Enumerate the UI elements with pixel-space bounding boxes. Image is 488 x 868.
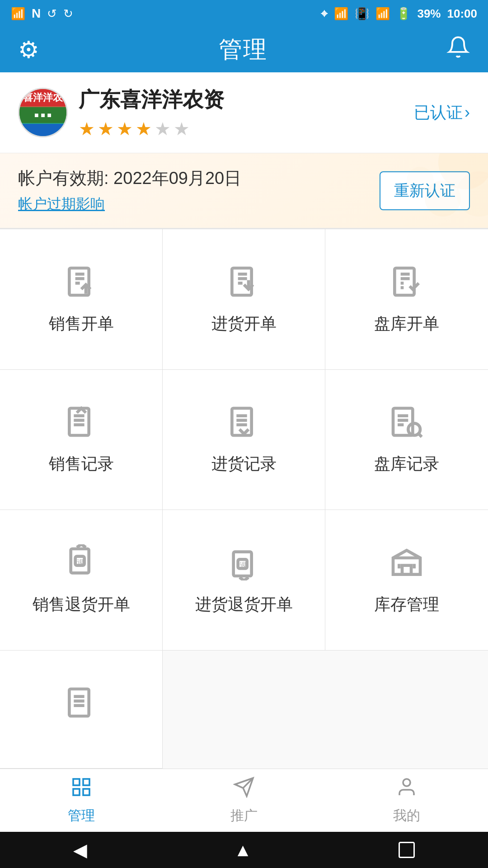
- sale-new-icon: [63, 264, 99, 305]
- expiry-banner: 帐户有效期: 2022年09月20日 帐户过期影响 重新认证: [0, 153, 488, 229]
- star-1: ★: [79, 118, 95, 139]
- battery-icon: 🔋: [396, 7, 411, 21]
- menu-item-sale-record[interactable]: 销售记录: [0, 370, 163, 510]
- back-button[interactable]: ◀: [73, 840, 87, 860]
- status-left: 📶 N ↺ ↻: [11, 6, 73, 21]
- menu-item-purchase-new[interactable]: 进货开单: [163, 229, 325, 370]
- expiry-left: 帐户有效期: 2022年09月20日 帐户过期影响: [18, 167, 241, 214]
- system-nav: ◀ ▲: [0, 832, 488, 868]
- wifi-icon: 📶: [11, 7, 25, 21]
- promote-nav-label: 推广: [230, 807, 258, 825]
- promote-nav-icon: [233, 776, 255, 803]
- header: ⚙ 管理: [0, 27, 488, 72]
- sync-icon-1: ↺: [47, 7, 57, 21]
- svg-rect-48: [83, 779, 89, 785]
- status-bar: 📶 N ↺ ↻ ⌖ 📶 📳 📶 🔋 39% 10:00: [0, 0, 488, 27]
- menu-item-purchase-record[interactable]: 进货记录: [163, 370, 325, 510]
- svg-rect-50: [83, 789, 89, 795]
- svg-rect-39: [402, 565, 411, 574]
- inventory-record-icon: [389, 404, 425, 445]
- notification-icon[interactable]: [446, 35, 470, 64]
- svg-rect-47: [73, 779, 80, 785]
- store-name: 广东喜洋洋农资: [79, 86, 224, 114]
- certified-link[interactable]: 已认证 ›: [414, 102, 470, 124]
- sale-new-label: 销售开单: [49, 313, 114, 335]
- purchase-record-label: 进货记录: [211, 453, 277, 475]
- purchase-new-label: 进货开单: [211, 313, 277, 335]
- menu-item-stock-manage[interactable]: 库存管理: [325, 510, 488, 651]
- home-button[interactable]: ▲: [234, 840, 252, 860]
- sale-return-label: 销售退货开单: [33, 594, 130, 616]
- menu-item-extra[interactable]: [0, 651, 163, 769]
- sale-record-icon: [63, 404, 99, 445]
- mine-nav-label: 我的: [393, 807, 420, 825]
- menu-item-sale-return[interactable]: 退 销售退货开单: [0, 510, 163, 651]
- star-rating: ★ ★ ★ ★ ★ ★: [79, 118, 224, 139]
- svg-rect-49: [73, 789, 80, 795]
- extra-icon: [63, 684, 99, 726]
- nav-promote[interactable]: 推广: [163, 769, 325, 832]
- vibrate-icon: 📳: [355, 7, 369, 21]
- manage-nav-icon: [70, 776, 92, 803]
- clock: 10:00: [447, 7, 478, 21]
- grid-menu: 销售开单 进货开单 盘库开单 销售记录 进货记录 盘库记录 退: [0, 229, 488, 769]
- svg-point-53: [403, 779, 410, 786]
- purchase-return-label: 进货退货开单: [195, 594, 293, 616]
- profile-info: 广东喜洋洋农资 ★ ★ ★ ★ ★ ★: [79, 86, 224, 139]
- menu-item-inventory-record[interactable]: 盘库记录: [325, 370, 488, 510]
- nav-manage[interactable]: 管理: [0, 769, 163, 832]
- svg-text:退: 退: [77, 558, 84, 567]
- menu-item-sale-new[interactable]: 销售开单: [0, 229, 163, 370]
- bluetooth-icon: 📶: [334, 7, 348, 21]
- status-right: ⌖ 📶 📳 📶 🔋 39% 10:00: [321, 7, 477, 21]
- star-3: ★: [117, 118, 133, 139]
- svg-rect-14: [394, 268, 414, 295]
- expiry-title: 帐户有效期: 2022年09月20日: [18, 167, 241, 190]
- manage-nav-label: 管理: [68, 807, 95, 825]
- svg-line-32: [419, 434, 422, 437]
- inventory-record-label: 盘库记录: [374, 453, 439, 475]
- inventory-new-label: 盘库开单: [374, 313, 439, 335]
- profile-left: 喜洋洋农 ■ ■ ■ 广东喜洋洋农资 ★ ★ ★ ★ ★ ★: [18, 86, 224, 139]
- empty-cell-2: [325, 651, 488, 769]
- avatar: 喜洋洋农 ■ ■ ■: [18, 88, 68, 137]
- expiry-link[interactable]: 帐户过期影响: [18, 194, 241, 214]
- settings-icon[interactable]: ⚙: [18, 36, 39, 63]
- sale-record-label: 销售记录: [49, 453, 114, 475]
- location-icon: ⌖: [321, 7, 328, 21]
- battery-percent: 39%: [417, 7, 441, 21]
- stock-manage-icon: [389, 544, 425, 585]
- menu-item-purchase-return[interactable]: 退 进货退货开单: [163, 510, 325, 651]
- star-6: ★: [174, 118, 190, 139]
- nav-mine[interactable]: 我的: [325, 769, 488, 832]
- inventory-new-icon: [389, 264, 425, 305]
- svg-text:退: 退: [239, 561, 247, 570]
- purchase-new-icon: [226, 264, 262, 305]
- purchase-record-icon: [226, 404, 262, 445]
- n-icon: N: [32, 6, 41, 21]
- certified-label: 已认证: [414, 102, 463, 124]
- sync-icon-2: ↻: [63, 7, 73, 21]
- purchase-return-icon: 退: [226, 544, 262, 585]
- star-4: ★: [136, 118, 152, 139]
- signal-icon: 📶: [375, 7, 390, 21]
- menu-item-inventory-new[interactable]: 盘库开单: [325, 229, 488, 370]
- bottom-nav: 管理 推广 我的: [0, 769, 488, 832]
- star-2: ★: [98, 118, 114, 139]
- page-title: 管理: [219, 34, 267, 66]
- recent-button[interactable]: [399, 842, 415, 858]
- mine-nav-icon: [396, 776, 418, 803]
- sale-return-icon: 退: [63, 544, 99, 585]
- profile-section: 喜洋洋农 ■ ■ ■ 广东喜洋洋农资 ★ ★ ★ ★ ★ ★ 已认证 ›: [0, 72, 488, 153]
- recertify-button[interactable]: 重新认证: [380, 171, 470, 210]
- stock-manage-label: 库存管理: [374, 594, 439, 616]
- star-5: ★: [155, 118, 171, 139]
- certified-chevron: ›: [465, 103, 470, 122]
- empty-cell-1: [163, 651, 325, 769]
